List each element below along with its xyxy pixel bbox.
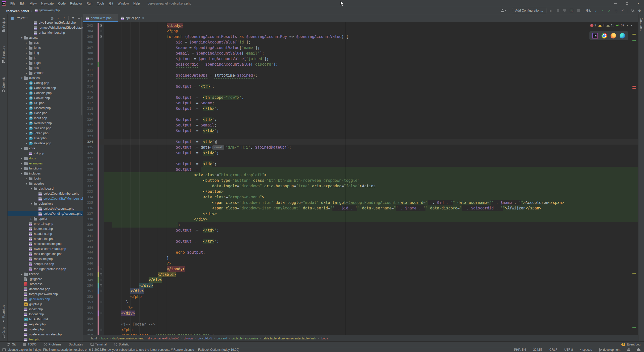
code-line[interactable]: 330 <div class="btn-group dropleft"> bbox=[83, 172, 638, 178]
chrome-icon[interactable] bbox=[602, 33, 607, 38]
tree-item[interactable]: scripts.inc.php bbox=[8, 261, 83, 267]
menu-view[interactable]: View bbox=[28, 0, 39, 7]
debug-button[interactable] bbox=[556, 9, 560, 13]
builtin-preview-icon[interactable] bbox=[592, 33, 598, 38]
gutter[interactable]: 335 bbox=[83, 200, 104, 205]
code-line[interactable]: 333 </button> bbox=[83, 189, 638, 194]
fold-marker-icon[interactable] bbox=[100, 329, 102, 331]
tree-item[interactable]: ▾classes bbox=[8, 75, 83, 80]
gutter[interactable]: 338 bbox=[83, 216, 104, 222]
gutter[interactable]: 347 bbox=[83, 266, 104, 272]
code-line[interactable]: 351 </div> bbox=[83, 288, 638, 294]
code-line[interactable]: 346 ?> bbox=[83, 261, 638, 266]
gutter[interactable]: 358 bbox=[83, 327, 104, 333]
tree-item[interactable]: ranks.inc.php bbox=[8, 256, 83, 261]
code-line[interactable]: 331 <button type="button" class="btn btn… bbox=[83, 178, 638, 183]
tree-item[interactable]: ▸vendor bbox=[8, 70, 83, 75]
tree-item[interactable]: ▾dashboard bbox=[8, 186, 83, 191]
tree-item[interactable]: ownDiscordDetails.php bbox=[8, 246, 83, 251]
tool-button-duplicates[interactable]: Duplicates bbox=[69, 343, 83, 346]
fold-marker-icon[interactable] bbox=[100, 312, 102, 314]
search-everywhere-button[interactable] bbox=[631, 9, 635, 13]
code-line[interactable]: 352 <?php bbox=[83, 294, 638, 299]
chevron-collapsed-icon[interactable]: ▸ bbox=[19, 167, 24, 170]
chevron-expanded-icon[interactable]: ▾ bbox=[19, 36, 24, 39]
chevron-expanded-icon[interactable]: ▾ bbox=[24, 182, 29, 185]
code-line[interactable]: 316 $output .= '<th scope="row">'; bbox=[83, 95, 638, 100]
tree-item[interactable]: ▸scss bbox=[8, 65, 83, 70]
tree-item[interactable]: ▸functions bbox=[8, 166, 83, 171]
chevron-expanded-icon[interactable]: ▾ bbox=[29, 202, 34, 205]
stripe-button-project[interactable]: Project bbox=[2, 18, 6, 32]
code-line[interactable]: 318 $output .= '</th>'; bbox=[83, 106, 638, 111]
tab-gebruikers.php[interactable]: gebruikers.php× bbox=[83, 14, 118, 22]
gutter[interactable]: 333 bbox=[83, 189, 104, 194]
chevron-collapsed-icon[interactable]: ▸ bbox=[24, 177, 29, 180]
code-line[interactable]: 309 $joined = $pendingAccountValue['join… bbox=[83, 56, 638, 62]
gutter[interactable]: 313 bbox=[83, 78, 104, 84]
error-stripe-mark[interactable] bbox=[632, 34, 636, 35]
html-breadcrumb-table.table.align-items-center.table-flush[interactable]: table.table.align-items-center.table-flu… bbox=[263, 337, 316, 340]
gutter[interactable]: 309 bbox=[83, 56, 104, 62]
gutter[interactable]: 350 bbox=[83, 283, 104, 288]
tool-button-todo[interactable]: TODO bbox=[23, 343, 36, 346]
code-line[interactable]: 306 $id = $pendingAccountValue['id']; bbox=[83, 39, 638, 45]
gutter[interactable]: 332 bbox=[83, 183, 104, 189]
tree-item[interactable]: ▸CUser.php bbox=[8, 136, 83, 141]
minimize-button[interactable] bbox=[610, 0, 621, 7]
chevron-collapsed-icon[interactable]: ▸ bbox=[24, 137, 29, 140]
stripe-button-database[interactable]: Database bbox=[639, 18, 643, 31]
expand-all-button[interactable]: ▴▾ bbox=[56, 16, 60, 20]
fallback-options-link[interactable]: Fallback Options (today 19:20) bbox=[198, 348, 239, 351]
tree-item[interactable]: .gitignore bbox=[8, 277, 83, 282]
code-line[interactable]: 307 $name = $pendingAccountValue['name']… bbox=[83, 45, 638, 51]
gutter[interactable]: 319 bbox=[83, 111, 104, 117]
html-breadcrumb-div.card[interactable]: div.card bbox=[217, 337, 227, 340]
tree-item[interactable]: speler.php bbox=[8, 327, 83, 332]
html-breadcrumb-body[interactable]: body bbox=[101, 337, 108, 340]
code-line[interactable]: 317 $output .= $name; bbox=[83, 100, 638, 106]
gutter[interactable]: 320 bbox=[83, 117, 104, 122]
lock-icon[interactable] bbox=[627, 349, 630, 351]
gutter[interactable]: 315 bbox=[83, 89, 104, 95]
code-line[interactable]: 342 $output .= '</tr>'; bbox=[83, 239, 638, 244]
chevron-collapsed-icon[interactable]: ▸ bbox=[24, 117, 29, 120]
project-panel-title[interactable]: Project bbox=[16, 16, 25, 20]
gutter[interactable]: 356 bbox=[83, 316, 104, 322]
chevron-collapsed-icon[interactable]: ▸ bbox=[24, 61, 29, 65]
tree-item[interactable]: init.php bbox=[8, 151, 83, 156]
error-stripe-mark[interactable] bbox=[632, 40, 636, 41]
gutter[interactable]: 351 bbox=[83, 288, 104, 294]
tree-item[interactable]: unbanMember.php bbox=[8, 30, 83, 35]
chevron-collapsed-icon[interactable]: ▸ bbox=[29, 217, 34, 221]
menu-help[interactable]: Help bbox=[131, 0, 142, 7]
gutter[interactable]: 344 bbox=[83, 250, 104, 255]
close-button[interactable]: × bbox=[633, 0, 644, 7]
gutter[interactable]: 307 bbox=[83, 45, 104, 51]
tree-item[interactable]: ▸CHash.php bbox=[8, 111, 83, 116]
gutter[interactable]: 337 bbox=[83, 211, 104, 216]
cloud-settings-icon[interactable] bbox=[637, 349, 640, 351]
prev-problem-button[interactable]: ▲ bbox=[626, 24, 628, 27]
code-line[interactable]: 340 $output .= '</td>'; bbox=[83, 228, 638, 233]
gutter[interactable]: 342 bbox=[83, 239, 104, 244]
gutter[interactable]: 312 bbox=[83, 73, 104, 78]
stripe-button-commit[interactable]: Commit bbox=[2, 77, 6, 92]
gutter[interactable]: 322 bbox=[83, 128, 104, 134]
tree-item[interactable]: selectCountStaffMembers.php bbox=[8, 196, 83, 201]
html-breadcrumb-div.col-lg-5[interactable]: div.col-lg-5 bbox=[198, 337, 212, 340]
chevron-collapsed-icon[interactable]: ▸ bbox=[24, 81, 29, 85]
inspections-widget[interactable]: !2 3 15 69 ▲ ▼ bbox=[590, 24, 633, 27]
error-stripe-mark[interactable] bbox=[632, 86, 636, 87]
tree-item[interactable]: ▸CRedirect.php bbox=[8, 121, 83, 126]
gutter[interactable]: 331 bbox=[83, 178, 104, 183]
html-breadcrumb-div.container-fluid.mt--6[interactable]: div.container-fluid.mt--6 bbox=[148, 337, 180, 340]
gutter[interactable]: 354 bbox=[83, 305, 104, 311]
gutter[interactable]: 359 bbox=[83, 333, 104, 335]
html-breadcrumb-html[interactable]: html bbox=[91, 337, 97, 340]
gutter[interactable]: 330 bbox=[83, 172, 104, 178]
chevron-collapsed-icon[interactable]: ▸ bbox=[24, 122, 29, 125]
gutter[interactable]: 325 bbox=[83, 145, 104, 150]
code-line[interactable]: 308 $email = $pendingAccountValue['email… bbox=[83, 51, 638, 56]
code-line[interactable]: 339 '; bbox=[83, 222, 638, 228]
